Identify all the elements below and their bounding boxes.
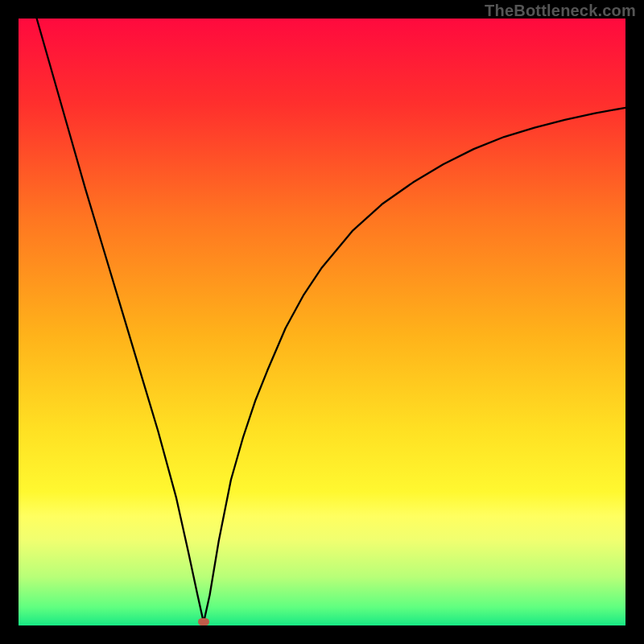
curve-line: [19, 19, 625, 625]
minimum-marker: [198, 618, 209, 625]
plot-area: [19, 19, 625, 625]
chart-frame: TheBottleneck.com: [0, 0, 644, 644]
watermark-text: TheBottleneck.com: [485, 2, 636, 20]
